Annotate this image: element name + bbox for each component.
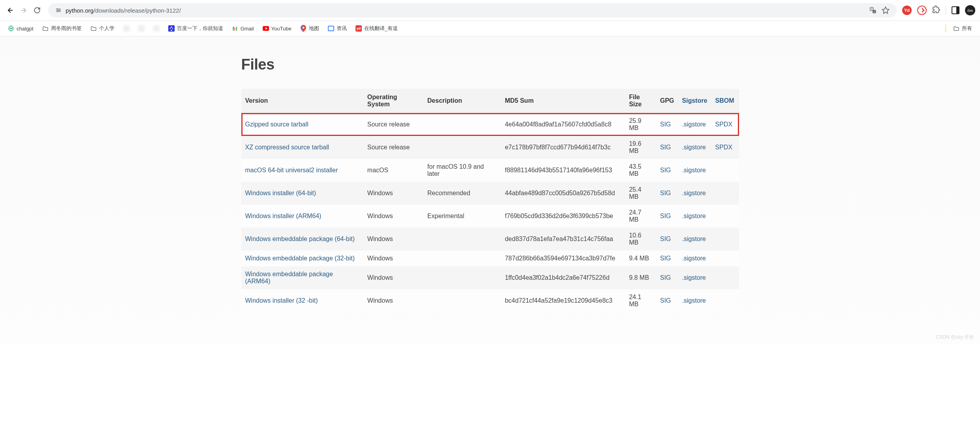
files-table: Version Operating System Description MD5… — [241, 89, 739, 312]
cell-sigstore-link[interactable]: .sigstore — [682, 213, 706, 219]
toolbar-divider — [946, 6, 946, 15]
th-description: Description — [423, 89, 501, 113]
sigstore-header-link[interactable]: Sigstore — [682, 97, 707, 104]
cell-version: Windows installer (32 -bit) — [241, 289, 363, 312]
arrow-right-icon — [20, 7, 27, 14]
svg-point-0 — [57, 8, 58, 9]
cell-os: Windows — [363, 289, 423, 312]
bookmark-item-9[interactable]: 地图 — [297, 23, 322, 34]
bookmark-item-5[interactable] — [150, 24, 163, 33]
cell-version-link[interactable]: Windows embeddable package (32-bit) — [245, 255, 355, 262]
cell-sigstore-link[interactable]: .sigstore — [682, 274, 706, 281]
cell-version-link[interactable]: Gzipped source tarball — [245, 121, 308, 128]
cell-gpg-link[interactable]: SIG — [660, 274, 671, 281]
cell-sbom-link[interactable]: SPDX — [715, 144, 733, 151]
cell-size: 25.4 MB — [625, 182, 656, 205]
cell-version-link[interactable]: XZ compressed source tarball — [245, 144, 329, 151]
profile-avatar[interactable]: lim — [965, 5, 975, 15]
bookmark-item-11[interactable]: yd在线翻译_有道 — [352, 23, 401, 34]
sbom-header-link[interactable]: SBOM — [715, 97, 734, 104]
extension-icon-2[interactable] — [917, 6, 927, 15]
bookmark-label: 个人学 — [99, 25, 115, 32]
site-settings-icon[interactable] — [55, 6, 62, 14]
cell-version-link[interactable]: Windows installer (32 -bit) — [245, 297, 318, 304]
svg-point-2 — [57, 11, 58, 12]
bookmark-item-10[interactable]: 资讯 — [325, 23, 350, 34]
table-row: Windows embeddable package (32-bit)Windo… — [241, 251, 739, 266]
blur-icon — [138, 25, 145, 32]
cell-version-link[interactable]: macOS 64-bit universal2 installer — [245, 167, 338, 173]
browser-toolbar: python.org/downloads/release/python-3122… — [0, 0, 980, 21]
cell-os: Windows — [363, 266, 423, 289]
th-version: Version — [241, 89, 363, 113]
bookmark-item-7[interactable]: MGmail — [229, 24, 257, 33]
cell-description — [423, 136, 501, 159]
cell-version-link[interactable]: Windows installer (ARM64) — [245, 213, 322, 219]
baidu-icon — [168, 25, 175, 32]
cell-version-link[interactable]: Windows embeddable package (64-bit) — [245, 236, 355, 242]
cell-gpg-link[interactable]: SIG — [660, 236, 671, 242]
cell-sigstore: .sigstore — [678, 251, 711, 266]
cell-version-link[interactable]: Windows installer (64-bit) — [245, 190, 316, 196]
bookmark-item-8[interactable]: YouTube — [260, 24, 295, 33]
cell-sigstore: .sigstore — [678, 113, 711, 136]
svg-point-7 — [8, 26, 13, 31]
youdao-extension-icon[interactable]: Yd — [902, 6, 912, 15]
cell-size: 9.4 MB — [625, 251, 656, 266]
bookmark-label: 地图 — [309, 25, 319, 32]
cell-sigstore-link[interactable]: .sigstore — [682, 167, 706, 173]
bookmark-label: chatgpt — [17, 26, 34, 32]
forward-button[interactable] — [18, 5, 29, 16]
cell-size: 19.6 MB — [625, 136, 656, 159]
cell-gpg-link[interactable]: SIG — [660, 297, 671, 304]
cell-sigstore: .sigstore — [678, 205, 711, 228]
cell-gpg-link[interactable]: SIG — [660, 121, 671, 128]
cell-version: XZ compressed source tarball — [241, 136, 363, 159]
bookmark-item-0[interactable]: chatgpt — [5, 24, 37, 33]
cell-sbom — [711, 205, 739, 228]
bookmark-item-6[interactable]: 百度一下，你就知道 — [165, 23, 226, 34]
cell-md5: f88981146d943b5517140fa96e96f153 — [501, 159, 625, 182]
cell-sigstore-link[interactable]: .sigstore — [682, 255, 706, 262]
bookmark-star-icon[interactable] — [881, 6, 890, 15]
cell-gpg-link[interactable]: SIG — [660, 144, 671, 151]
th-sigstore: Sigstore — [678, 89, 711, 113]
cell-sigstore-link[interactable]: .sigstore — [682, 121, 706, 128]
cell-os: Windows — [363, 251, 423, 266]
bookmark-item-2[interactable]: 个人学 — [87, 23, 118, 34]
cell-sbom: SPDX — [711, 136, 739, 159]
bookmark-item-1[interactable]: 周冬雨的书签 — [39, 23, 85, 34]
cell-gpg-link[interactable]: SIG — [660, 213, 671, 219]
cell-sigstore-link[interactable]: .sigstore — [682, 144, 706, 151]
cell-sbom — [711, 159, 739, 182]
bookmark-label: 百度一下，你就知道 — [177, 25, 223, 32]
cell-os: Windows — [363, 205, 423, 228]
cell-description — [423, 113, 501, 136]
address-bar[interactable]: python.org/downloads/release/python-3122… — [48, 3, 897, 17]
cell-version: Gzipped source tarball — [241, 113, 363, 136]
all-bookmarks-button[interactable]: 所有 — [950, 23, 975, 34]
translate-icon[interactable]: 文A — [868, 6, 878, 15]
cell-sbom-link[interactable]: SPDX — [715, 121, 733, 128]
cell-gpg-link[interactable]: SIG — [660, 167, 671, 173]
bookmark-item-3[interactable] — [120, 24, 133, 33]
news-icon — [328, 25, 334, 32]
cell-version: Windows installer (ARM64) — [241, 205, 363, 228]
cell-sigstore-link[interactable]: .sigstore — [682, 236, 706, 242]
toolbar-extensions: Yd lim — [902, 5, 975, 15]
gmaps-icon — [300, 25, 307, 32]
cell-version: macOS 64-bit universal2 installer — [241, 159, 363, 182]
cell-sigstore: .sigstore — [678, 266, 711, 289]
cell-description: Recommended — [423, 182, 501, 205]
cell-gpg-link[interactable]: SIG — [660, 255, 671, 262]
reload-button[interactable] — [32, 5, 43, 16]
cell-size: 43.5 MB — [625, 159, 656, 182]
back-button[interactable] — [5, 5, 16, 16]
side-panel-icon[interactable] — [952, 6, 959, 14]
bookmark-item-4[interactable] — [135, 24, 148, 33]
extensions-icon[interactable] — [932, 6, 940, 15]
cell-version-link[interactable]: Windows embeddable package (ARM64) — [245, 271, 333, 285]
cell-sigstore-link[interactable]: .sigstore — [682, 297, 706, 304]
cell-sigstore-link[interactable]: .sigstore — [682, 190, 706, 196]
cell-gpg-link[interactable]: SIG — [660, 190, 671, 196]
